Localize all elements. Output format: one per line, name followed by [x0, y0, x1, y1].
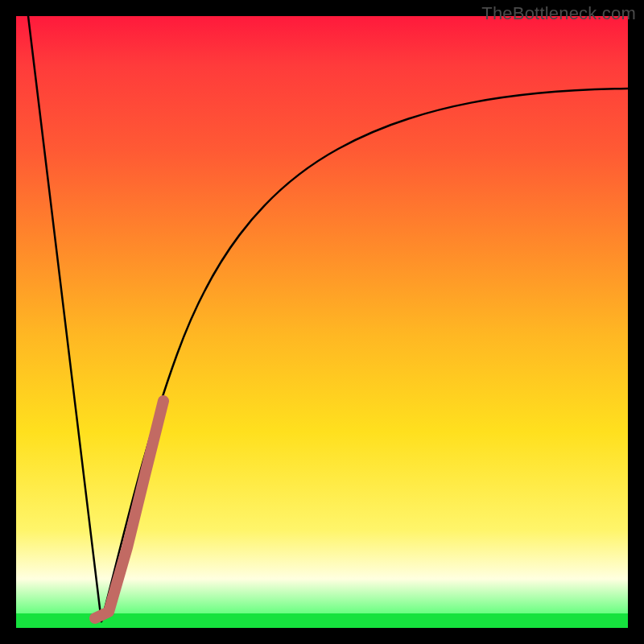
curve-layer: [16, 16, 628, 628]
curve-left-descent: [28, 16, 101, 621]
curve-right-ascend: [101, 89, 628, 621]
chart-frame: TheBottleneck.com: [0, 0, 644, 644]
plot-area: [16, 16, 628, 628]
